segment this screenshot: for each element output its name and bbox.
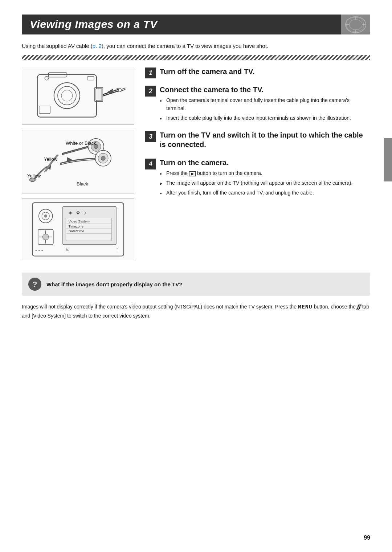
step-4-title: Turn on the camera. <box>160 158 370 167</box>
tip-text: What if the images don't properly displa… <box>46 281 182 287</box>
step-2-number: 2 <box>145 86 156 97</box>
step-4-content: Turn on the camera. Press the ▶ button t… <box>160 158 370 199</box>
svg-rect-6 <box>37 75 97 117</box>
svg-rect-17 <box>87 77 94 80</box>
svg-line-21 <box>122 89 125 91</box>
svg-text:↑: ↑ <box>116 247 118 251</box>
step-2: 2 Connect the camera to the TV. Open the… <box>145 85 370 124</box>
svg-point-1 <box>349 20 362 30</box>
label-black: Black <box>77 181 88 187</box>
camera-back-illustration: ◈ ✿ ▷ Video System Timezone Date/Time <box>22 199 134 260</box>
play-button-icon: ▶ <box>189 171 196 176</box>
svg-point-9 <box>58 86 76 105</box>
page: Viewing Images on a TV Using the supplie… <box>0 0 392 552</box>
svg-text:Date/Time: Date/Time <box>69 229 84 233</box>
steps-column: 1 Turn off the camera and TV. 2 Connect … <box>145 67 370 265</box>
label-white-or-black: White or Black <box>66 140 96 146</box>
title-bar: Viewing Images on a TV <box>22 15 370 34</box>
step-1-content: Turn off the camera and TV. <box>160 67 370 78</box>
svg-text:▷: ▷ <box>84 210 87 215</box>
step-1: 1 Turn off the camera and TV. <box>145 67 370 78</box>
step-4: 4 Turn on the camera. Press the ▶ button… <box>145 158 370 199</box>
svg-text:◱: ◱ <box>66 247 69 251</box>
svg-point-39 <box>42 234 49 240</box>
svg-line-26 <box>62 148 88 155</box>
svg-rect-18 <box>39 106 50 113</box>
step-3-content: Turn on the TV and switch it to the inpu… <box>160 130 370 151</box>
svg-point-56 <box>41 250 43 251</box>
step-2-title: Connect the camera to the TV. <box>160 85 370 94</box>
tip-box: ? What if the images don't properly disp… <box>22 273 370 296</box>
camera-terminal-illustration <box>22 67 134 125</box>
svg-text:Timezone: Timezone <box>69 224 83 228</box>
label-yellow-top: Yellow <box>44 156 57 162</box>
step-2-bullet-2: Insert the cable plug fully into the vid… <box>160 114 370 122</box>
step-3-title: Turn on the TV and switch it to the inpu… <box>160 130 370 149</box>
tip-icon: ? <box>28 278 41 291</box>
intro-link[interactable]: p. 2 <box>93 43 102 49</box>
svg-point-29 <box>101 156 105 160</box>
title-background: Viewing Images on a TV <box>22 15 341 34</box>
step-4-bullet-1: Press the ▶ button to turn on the camera… <box>160 169 370 177</box>
step-4-bullet-2: The image will appear on the TV (nothing… <box>160 179 370 187</box>
menu-text: MENU <box>298 304 313 310</box>
right-edge-tab <box>384 138 392 181</box>
page-number: 99 <box>364 535 370 541</box>
step-4-bullets: Press the ▶ button to turn on the camera… <box>160 169 370 197</box>
svg-text:Video System: Video System <box>69 219 90 223</box>
stripe-divider <box>22 55 370 60</box>
svg-point-10 <box>61 90 73 101</box>
svg-line-20 <box>122 88 125 89</box>
step-3: 3 Turn on the TV and switch it to the in… <box>145 130 370 151</box>
svg-line-25 <box>62 147 88 154</box>
body-text: Images will not display correctly if the… <box>22 302 370 320</box>
svg-rect-7 <box>48 73 67 77</box>
content-area: White or Black Yellow Yellow Black <box>22 67 370 265</box>
step-2-bullets: Open the camera's terminal cover and ful… <box>160 97 370 122</box>
label-yellow-bottom: Yellow <box>27 173 41 179</box>
svg-point-54 <box>35 250 37 251</box>
camera-back-svg: ◈ ✿ ▷ Video System Timezone Date/Time <box>22 199 134 260</box>
svg-point-55 <box>38 250 40 251</box>
step-2-bullet-1: Open the camera's terminal cover and ful… <box>160 97 370 112</box>
step-2-content: Connect the camera to the TV. Open the c… <box>160 85 370 124</box>
step-4-number: 4 <box>145 159 156 169</box>
page-title: Viewing Images on a TV <box>30 18 158 30</box>
svg-text:✿: ✿ <box>76 210 80 215</box>
svg-point-37 <box>44 214 47 217</box>
step-1-title: Turn off the camera and TV. <box>160 67 370 76</box>
intro-paragraph: Using the supplied AV cable (p. 2), you … <box>22 42 370 50</box>
step-4-bullet-3: After you finish, turn off the camera an… <box>160 189 370 197</box>
svg-rect-12 <box>96 89 102 101</box>
cable-diagram-illustration: White or Black Yellow Yellow Black <box>22 130 134 193</box>
svg-point-16 <box>45 77 48 80</box>
settings-tab-icon: 𝒇𝒇 <box>357 303 361 310</box>
svg-text:◈: ◈ <box>69 210 72 215</box>
step-1-number: 1 <box>145 68 156 78</box>
camera-terminal-svg <box>22 67 134 124</box>
illustrations-column: White or Black Yellow Yellow Black <box>22 67 134 265</box>
title-corner-image <box>341 15 370 34</box>
step-3-number: 3 <box>145 131 156 142</box>
